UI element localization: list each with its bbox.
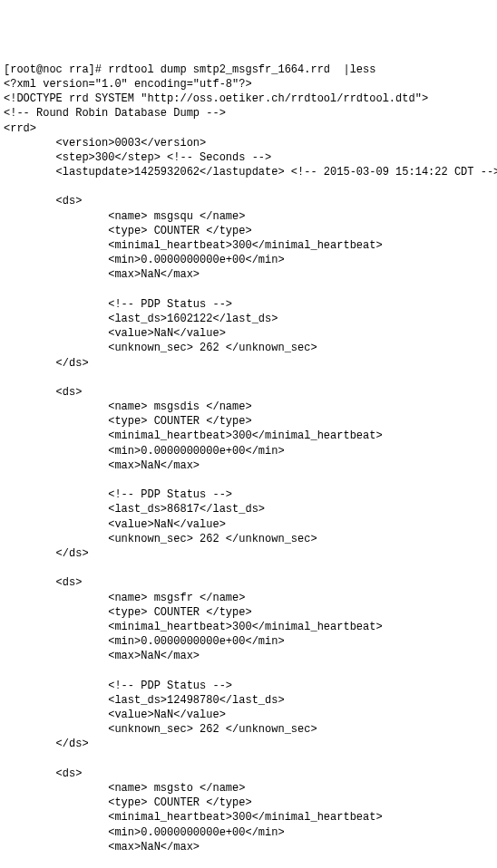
terminal-output: [root@noc rra]# rrdtool dump smtp2_msgsf… (4, 63, 493, 868)
